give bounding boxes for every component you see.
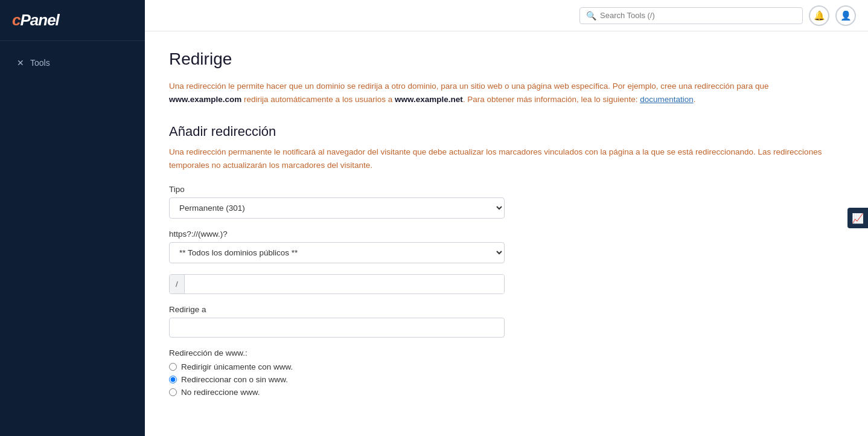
radio-only-www-input[interactable] bbox=[169, 363, 177, 371]
radio-only-www[interactable]: Redirigir únicamente con www. bbox=[169, 362, 844, 371]
path-row: / bbox=[169, 274, 505, 294]
https-group: https?://(www.)? ** Todos los dominios p… bbox=[169, 229, 844, 263]
www-redirect-group: Redirección de www.: Redirigir únicament… bbox=[169, 348, 844, 397]
path-group: / bbox=[169, 274, 844, 294]
search-icon: 🔍 bbox=[586, 11, 596, 21]
tipo-group: Tipo Permanente (301) Temporal (302) bbox=[169, 185, 844, 219]
path-prefix: / bbox=[170, 275, 185, 293]
side-stats-widget[interactable]: 📈 bbox=[847, 208, 868, 228]
search-bar[interactable]: 🔍 bbox=[579, 7, 803, 24]
radio-with-or-without-label: Redireccionar con o sin www. bbox=[181, 375, 288, 384]
path-input[interactable] bbox=[185, 275, 504, 293]
tools-icon: ✕ bbox=[17, 58, 24, 68]
tipo-select[interactable]: Permanente (301) Temporal (302) bbox=[169, 197, 505, 219]
www-redirect-label: Redirección de www.: bbox=[169, 348, 844, 357]
notification-icon: 🔔 bbox=[814, 10, 825, 21]
sidebar-item-tools[interactable]: ✕ Tools bbox=[5, 52, 140, 74]
sidebar-item-label: Tools bbox=[30, 58, 50, 68]
page-title: Redirige bbox=[169, 50, 844, 69]
radio-with-or-without-input[interactable] bbox=[169, 376, 177, 383]
domain-select[interactable]: ** Todos los dominios públicos ** bbox=[169, 242, 505, 263]
section-title: Añadir redirección bbox=[169, 124, 844, 139]
logo: cPanel bbox=[0, 0, 145, 41]
radio-only-www-label: Redirigir únicamente con www. bbox=[181, 362, 293, 371]
content: Redirige Una redirección le permite hace… bbox=[145, 31, 868, 436]
search-input[interactable] bbox=[600, 11, 796, 20]
sidebar: cPanel ✕ Tools bbox=[0, 0, 145, 436]
sidebar-nav: ✕ Tools bbox=[0, 41, 145, 85]
stats-icon: 📈 bbox=[852, 213, 864, 224]
radio-group: Redirigir únicamente con www. Redireccio… bbox=[169, 362, 844, 397]
redirige-a-input[interactable] bbox=[169, 318, 505, 338]
documentation-link[interactable]: documentation bbox=[640, 95, 694, 104]
https-label: https?://(www.)? bbox=[169, 229, 844, 239]
radio-no-redirect[interactable]: No redireccione www. bbox=[169, 388, 844, 397]
radio-with-or-without[interactable]: Redireccionar con o sin www. bbox=[169, 375, 844, 384]
radio-no-redirect-label: No redireccione www. bbox=[181, 388, 260, 397]
radio-no-redirect-input[interactable] bbox=[169, 388, 177, 396]
tipo-label: Tipo bbox=[169, 185, 844, 194]
redirige-a-label: Redirige a bbox=[169, 305, 844, 314]
user-button[interactable]: 👤 bbox=[835, 5, 856, 26]
main-area: 🔍 🔔 👤 Redirige Una redirección le permit… bbox=[145, 0, 868, 436]
header: 🔍 🔔 👤 bbox=[145, 0, 868, 31]
section-desc: Una redirección permanente le notificará… bbox=[169, 146, 833, 172]
intro-paragraph: Una redirección le permite hacer que un … bbox=[169, 80, 833, 106]
notification-button[interactable]: 🔔 bbox=[809, 5, 829, 26]
redirige-a-group: Redirige a bbox=[169, 305, 844, 338]
user-icon: 👤 bbox=[840, 10, 852, 21]
